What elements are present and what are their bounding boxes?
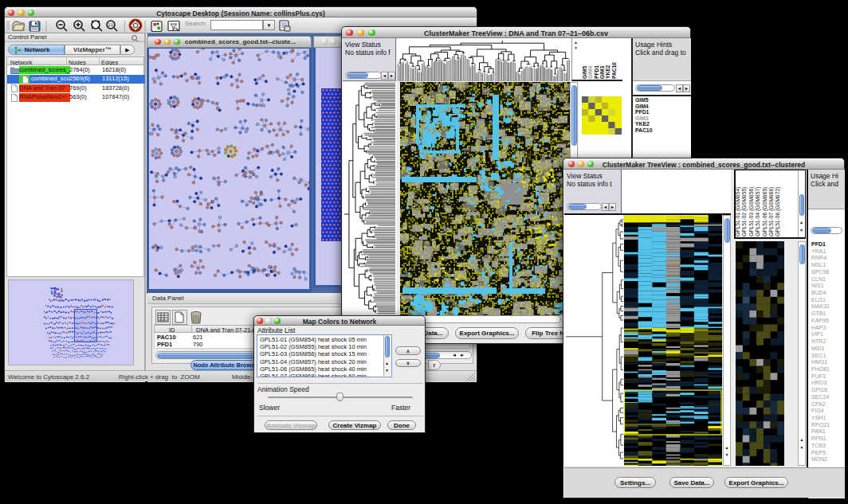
svg-text:GPL51-01 (GSM854): GPL51-01 (GSM854) xyxy=(736,187,741,236)
svg-text:PFD1: PFD1 xyxy=(594,65,599,79)
svg-text:GPL51-07 (GSM868): GPL51-07 (GSM868) xyxy=(768,187,775,236)
svg-text:GIM4: GIM4 xyxy=(587,66,593,79)
svg-text:GIM3: GIM3 xyxy=(599,66,605,79)
svg-text:PAC10: PAC10 xyxy=(611,62,617,79)
svg-text:GPL51-03 (GSM856): GPL51-03 (GSM856) xyxy=(748,187,755,236)
svg-text:GPL51-06 (GSM865): GPL51-06 (GSM865) xyxy=(762,187,768,236)
svg-text:GIM5: GIM5 xyxy=(582,66,587,79)
svg-text:GPL51-08 (GSM872): GPL51-08 (GSM872) xyxy=(775,187,781,236)
svg-text:GPL51-02 (GSM855): GPL51-02 (GSM855) xyxy=(741,187,748,236)
svg-text:YKE2: YKE2 xyxy=(605,64,610,79)
svg-text:1:1: 1:1 xyxy=(108,23,114,27)
svg-text:GPL51-04 (GSM857): GPL51-04 (GSM857) xyxy=(755,187,761,236)
